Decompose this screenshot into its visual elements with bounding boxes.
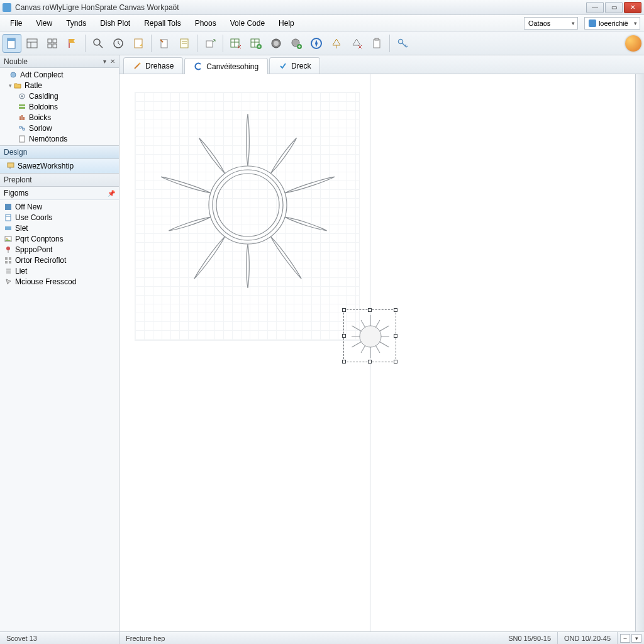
svg-rect-45 [6,214,11,221]
menu-file[interactable]: File [4,17,28,30]
tree-item[interactable]: Adt Conplect [0,69,119,80]
svg-rect-37 [19,104,25,106]
menu-vole-code[interactable]: Vole Code [224,17,271,30]
figom-item[interactable]: Mciouse Fresscod [0,276,119,287]
menu-dish-plot[interactable]: Dish Plot [94,17,136,30]
maximize-button[interactable]: ▭ [605,2,623,13]
tool-doc-new[interactable] [3,34,21,53]
tool-note[interactable] [175,34,194,53]
tool-export[interactable] [201,34,219,53]
tree-item[interactable]: Boicks [0,112,119,123]
figom-item[interactable]: Ortor Reciroflot [0,255,119,265]
menu-view[interactable]: View [30,17,58,30]
figom-item[interactable]: Use Coorls [0,212,119,223]
svg-point-50 [6,247,10,250]
svg-rect-53 [5,261,8,264]
minimize-button[interactable]: — [586,2,604,13]
resize-handle[interactable] [342,360,346,364]
cursor-icon [4,277,13,286]
svg-point-62 [360,326,381,347]
panel-dropdown-icon[interactable]: ▾ [102,58,108,65]
panel-close-icon[interactable]: ✕ [109,58,116,65]
tool-lens[interactable] [267,34,286,53]
svg-line-71 [352,342,362,348]
sun-shape-large[interactable] [153,111,342,299]
tool-clock[interactable] [109,34,128,53]
menu-help[interactable]: Help [272,17,301,30]
tool-table-add[interactable] [247,34,265,53]
tool-sheet[interactable] [129,34,148,53]
tool-marker[interactable] [327,34,346,53]
figom-item[interactable]: Slet [0,223,119,233]
pin-icon[interactable]: 📌 [108,190,115,197]
dropdown-right[interactable]: loeerichië [584,17,640,30]
resize-handle[interactable] [394,308,397,312]
close-button[interactable]: ✕ [624,2,641,13]
selection-box[interactable] [343,309,396,362]
menu-tynds[interactable]: Tynds [60,17,92,30]
resize-handle[interactable] [394,360,397,364]
svg-point-49 [6,238,8,239]
svg-line-68 [376,346,380,353]
tool-flag[interactable] [63,34,82,53]
c-ring-icon [194,62,203,71]
design-item[interactable]: SawezWorkshtip [0,159,119,173]
tool-globe-add[interactable] [287,34,306,53]
tool-orb[interactable] [625,35,641,52]
tool-grid[interactable] [43,34,62,53]
figom-item[interactable]: Off New [0,201,119,212]
dropdown-left[interactable]: Oataos [524,17,578,30]
tool-search[interactable] [89,34,108,53]
resize-handle[interactable] [342,308,346,312]
panel-preplont-header[interactable]: Preplont [0,173,119,187]
tool-layout[interactable] [23,34,42,53]
tool-compass[interactable] [307,34,326,53]
resize-handle[interactable] [368,360,372,364]
tree-item[interactable]: Boldoins [0,101,119,112]
square-icon [4,203,13,211]
svg-rect-54 [9,261,11,264]
tool-pencil-doc[interactable] [155,34,174,53]
menu-phoos[interactable]: Phoos [189,17,223,30]
status-left: Scovet 13 [0,632,119,644]
svg-rect-1 [8,38,15,41]
tree-item[interactable]: Nemötonds [0,133,119,144]
resize-handle[interactable] [368,308,372,312]
tab-canvas[interactable]: Canvéitesohing [184,58,268,74]
figom-item[interactable]: Pqrt Conptons [0,233,119,244]
tool-key[interactable] [393,34,412,53]
tool-compass-x[interactable] [347,34,366,53]
svg-rect-41 [23,117,25,120]
status-button-down[interactable]: ▾ [631,634,641,643]
svg-rect-44 [5,204,11,210]
stack-icon [18,103,26,111]
tab-dreck[interactable]: Dreck [269,57,320,74]
tree-item[interactable]: ▾Ratle [0,80,119,91]
svg-line-65 [380,326,389,331]
svg-point-60 [213,170,283,240]
svg-point-58 [139,62,141,64]
tool-clipboard[interactable] [367,34,386,53]
status-button-minus[interactable]: – [620,634,630,643]
svg-rect-17 [206,41,213,47]
sheet-icon [4,213,13,222]
menu-repall-tools[interactable]: Repall Tols [138,17,187,30]
svg-line-74 [361,320,365,327]
tab-drehase[interactable]: Drehase [123,57,183,74]
figom-item[interactable]: SpppoPont [0,244,119,255]
img-icon [4,235,13,243]
canvas[interactable] [119,74,644,631]
right-scrollbar[interactable] [635,74,644,631]
toolbar [0,31,644,55]
resize-handle[interactable] [342,334,346,338]
sun-shape-small[interactable] [345,311,396,362]
app-icon [3,3,11,12]
tool-table-x[interactable] [226,34,245,53]
svg-line-64 [376,320,380,327]
resize-handle[interactable] [394,334,397,338]
wand-icon [133,62,142,70]
figom-item[interactable]: Liet [0,265,119,276]
panel-design-header[interactable]: Design [0,145,119,159]
tree-item[interactable]: Caslding [0,91,119,101]
tree-item[interactable]: Sorlow [0,123,119,133]
